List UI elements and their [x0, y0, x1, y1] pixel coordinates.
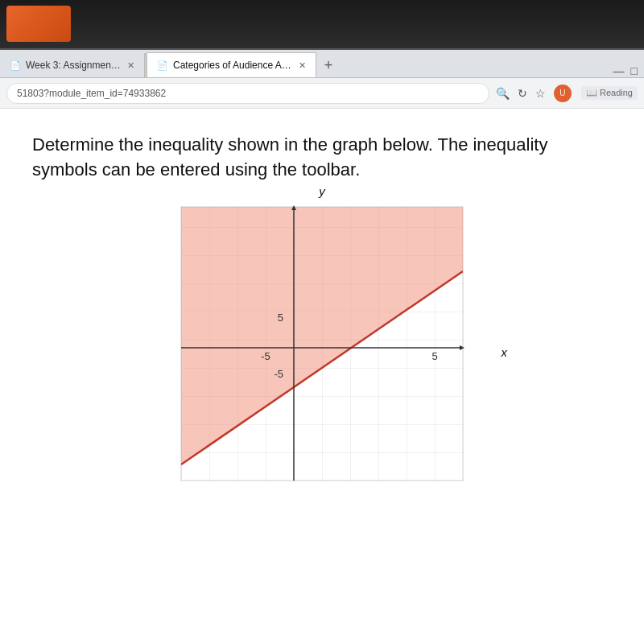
- tab-close-2[interactable]: ✕: [299, 60, 306, 71]
- tab-close-1[interactable]: ✕: [127, 60, 134, 71]
- profile-icon[interactable]: U: [554, 85, 572, 102]
- y-neg5-label: -5: [274, 368, 283, 380]
- maximize-icon[interactable]: □: [631, 64, 638, 77]
- refresh-icon[interactable]: ↻: [518, 87, 527, 100]
- camera-bar: [0, 0, 644, 48]
- graph-container: y x: [32, 199, 612, 505]
- graph-svg: -5 5 5 -5: [153, 199, 491, 505]
- star-icon[interactable]: ☆: [535, 87, 546, 100]
- new-tab-button[interactable]: +: [316, 53, 341, 77]
- question-text: Determine the inequality shown in the gr…: [32, 133, 612, 183]
- reading-mode-button[interactable]: 📖 Reading: [581, 86, 638, 100]
- browser-controls: — □: [613, 64, 644, 77]
- address-bar[interactable]: 51803?module_item_id=74933862: [6, 83, 489, 104]
- address-icons: 🔍 ↻ ☆ U: [496, 85, 572, 102]
- address-bar-row: 51803?module_item_id=74933862 🔍 ↻ ☆ U 📖 …: [0, 78, 644, 109]
- browser-window: 📄 Week 3: Assignment - Audience... ✕ 📄 C…: [0, 48, 644, 644]
- x-neg5-label: -5: [261, 350, 270, 362]
- y-pos5-label: 5: [278, 312, 283, 324]
- tab-assignment[interactable]: 📄 Week 3: Assignment - Audience... ✕: [0, 53, 145, 77]
- search-icon[interactable]: 🔍: [496, 87, 510, 100]
- x-pos5-label: 5: [431, 350, 437, 362]
- tab-categories[interactable]: 📄 Categories of Audience Analysis ✕: [147, 52, 316, 77]
- y-axis-label: y: [319, 184, 325, 198]
- tab-bar: 📄 Week 3: Assignment - Audience... ✕ 📄 C…: [0, 50, 644, 78]
- x-axis-label: x: [502, 345, 508, 358]
- minimize-icon[interactable]: —: [613, 64, 625, 77]
- page-content: Determine the inequality shown in the gr…: [0, 109, 644, 644]
- graph-wrapper: y x: [153, 199, 491, 505]
